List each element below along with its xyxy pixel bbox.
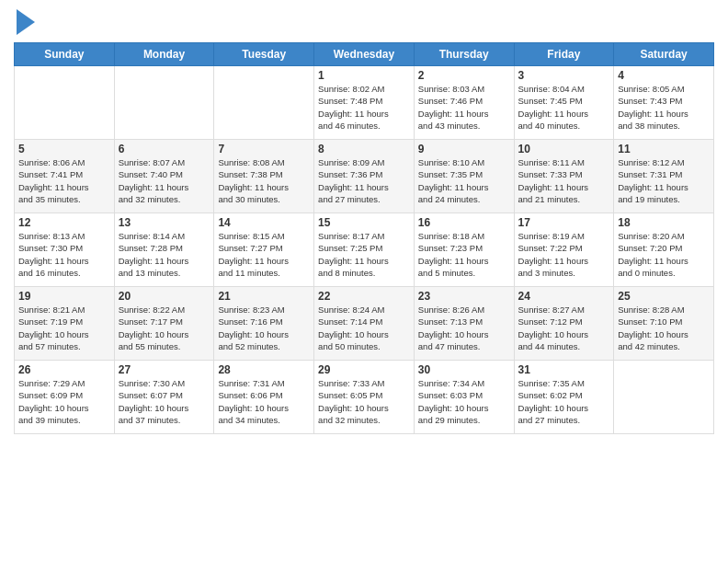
day-info: Sunrise: 8:23 AM Sunset: 7:16 PM Dayligh… xyxy=(218,304,310,352)
day-info: Sunrise: 8:13 AM Sunset: 7:30 PM Dayligh… xyxy=(18,230,110,279)
day-cell: 19Sunrise: 8:21 AM Sunset: 7:19 PM Dayli… xyxy=(15,287,115,361)
day-cell: 12Sunrise: 8:13 AM Sunset: 7:30 PM Dayli… xyxy=(15,213,115,287)
day-number: 8 xyxy=(318,143,410,155)
day-cell: 11Sunrise: 8:12 AM Sunset: 7:31 PM Dayli… xyxy=(614,140,714,213)
day-cell: 6Sunrise: 8:07 AM Sunset: 7:40 PM Daylig… xyxy=(114,140,214,213)
day-number: 4 xyxy=(618,69,710,82)
week-row-3: 19Sunrise: 8:21 AM Sunset: 7:19 PM Dayli… xyxy=(15,287,714,361)
day-cell xyxy=(214,66,314,140)
day-info: Sunrise: 8:19 AM Sunset: 7:22 PM Dayligh… xyxy=(518,230,610,279)
day-cell: 10Sunrise: 8:11 AM Sunset: 7:33 PM Dayli… xyxy=(514,140,614,213)
week-row-2: 12Sunrise: 8:13 AM Sunset: 7:30 PM Dayli… xyxy=(15,213,714,287)
day-cell: 27Sunrise: 7:30 AM Sunset: 6:07 PM Dayli… xyxy=(114,361,214,434)
day-info: Sunrise: 8:14 AM Sunset: 7:28 PM Dayligh… xyxy=(119,230,210,279)
day-number: 23 xyxy=(418,290,510,303)
header xyxy=(14,9,714,35)
day-number: 7 xyxy=(218,143,310,155)
day-number: 3 xyxy=(518,69,610,82)
day-number: 31 xyxy=(518,363,610,376)
day-number: 29 xyxy=(318,363,410,376)
weekday-header-wednesday: Wednesday xyxy=(314,43,415,66)
weekday-header-sunday: Sunday xyxy=(15,43,115,66)
day-number: 9 xyxy=(418,143,510,155)
day-number: 20 xyxy=(119,290,210,303)
day-number: 15 xyxy=(318,216,410,229)
day-info: Sunrise: 8:02 AM Sunset: 7:48 PM Dayligh… xyxy=(318,83,410,132)
day-number: 5 xyxy=(18,143,110,155)
day-info: Sunrise: 8:18 AM Sunset: 7:23 PM Dayligh… xyxy=(418,230,510,279)
day-info: Sunrise: 8:22 AM Sunset: 7:17 PM Dayligh… xyxy=(119,304,210,352)
day-cell: 2Sunrise: 8:03 AM Sunset: 7:46 PM Daylig… xyxy=(414,66,514,140)
day-cell: 17Sunrise: 8:19 AM Sunset: 7:22 PM Dayli… xyxy=(514,213,614,287)
day-cell xyxy=(15,66,115,140)
day-info: Sunrise: 8:04 AM Sunset: 7:45 PM Dayligh… xyxy=(518,83,610,132)
week-row-0: 1Sunrise: 8:02 AM Sunset: 7:48 PM Daylig… xyxy=(15,66,714,140)
day-cell: 24Sunrise: 8:27 AM Sunset: 7:12 PM Dayli… xyxy=(514,287,614,361)
day-number: 25 xyxy=(618,290,710,303)
day-info: Sunrise: 8:28 AM Sunset: 7:10 PM Dayligh… xyxy=(618,304,710,352)
day-cell: 8Sunrise: 8:09 AM Sunset: 7:36 PM Daylig… xyxy=(314,140,415,213)
day-info: Sunrise: 8:05 AM Sunset: 7:43 PM Dayligh… xyxy=(618,83,710,132)
day-info: Sunrise: 8:11 AM Sunset: 7:33 PM Dayligh… xyxy=(518,156,610,205)
day-number: 12 xyxy=(18,216,110,229)
day-cell: 3Sunrise: 8:04 AM Sunset: 7:45 PM Daylig… xyxy=(514,66,614,140)
day-cell: 4Sunrise: 8:05 AM Sunset: 7:43 PM Daylig… xyxy=(614,66,714,140)
weekday-header-thursday: Thursday xyxy=(414,43,514,66)
week-row-4: 26Sunrise: 7:29 AM Sunset: 6:09 PM Dayli… xyxy=(15,361,714,434)
day-number: 6 xyxy=(119,143,210,155)
day-number: 17 xyxy=(518,216,610,229)
day-cell xyxy=(114,66,214,140)
day-info: Sunrise: 7:34 AM Sunset: 6:03 PM Dayligh… xyxy=(418,377,510,426)
day-info: Sunrise: 8:06 AM Sunset: 7:41 PM Dayligh… xyxy=(18,156,110,205)
logo-icon xyxy=(17,9,35,35)
day-number: 11 xyxy=(618,143,710,155)
day-info: Sunrise: 7:33 AM Sunset: 6:05 PM Dayligh… xyxy=(318,377,410,426)
day-cell: 26Sunrise: 7:29 AM Sunset: 6:09 PM Dayli… xyxy=(15,361,115,434)
day-number: 28 xyxy=(218,363,310,376)
day-info: Sunrise: 8:12 AM Sunset: 7:31 PM Dayligh… xyxy=(618,156,710,205)
day-number: 14 xyxy=(218,216,310,229)
day-info: Sunrise: 8:27 AM Sunset: 7:12 PM Dayligh… xyxy=(518,304,610,352)
day-cell: 9Sunrise: 8:10 AM Sunset: 7:35 PM Daylig… xyxy=(414,140,514,213)
weekday-header-friday: Friday xyxy=(514,43,614,66)
day-number: 18 xyxy=(618,216,710,229)
day-cell: 13Sunrise: 8:14 AM Sunset: 7:28 PM Dayli… xyxy=(114,213,214,287)
day-info: Sunrise: 7:35 AM Sunset: 6:02 PM Dayligh… xyxy=(518,377,610,426)
day-info: Sunrise: 8:26 AM Sunset: 7:13 PM Dayligh… xyxy=(418,304,510,352)
day-info: Sunrise: 8:20 AM Sunset: 7:20 PM Dayligh… xyxy=(618,230,710,279)
day-cell: 22Sunrise: 8:24 AM Sunset: 7:14 PM Dayli… xyxy=(314,287,415,361)
day-number: 26 xyxy=(18,363,110,376)
weekday-header-monday: Monday xyxy=(114,43,214,66)
day-info: Sunrise: 7:30 AM Sunset: 6:07 PM Dayligh… xyxy=(119,377,210,426)
day-cell: 28Sunrise: 7:31 AM Sunset: 6:06 PM Dayli… xyxy=(214,361,314,434)
svg-marker-0 xyxy=(17,9,35,35)
day-cell: 25Sunrise: 8:28 AM Sunset: 7:10 PM Dayli… xyxy=(614,287,714,361)
day-cell: 14Sunrise: 8:15 AM Sunset: 7:27 PM Dayli… xyxy=(214,213,314,287)
day-number: 19 xyxy=(18,290,110,303)
day-cell: 5Sunrise: 8:06 AM Sunset: 7:41 PM Daylig… xyxy=(15,140,115,213)
day-info: Sunrise: 8:15 AM Sunset: 7:27 PM Dayligh… xyxy=(218,230,310,279)
day-cell: 1Sunrise: 8:02 AM Sunset: 7:48 PM Daylig… xyxy=(314,66,415,140)
logo xyxy=(14,13,35,35)
day-number: 30 xyxy=(418,363,510,376)
day-info: Sunrise: 8:07 AM Sunset: 7:40 PM Dayligh… xyxy=(119,156,210,205)
day-info: Sunrise: 8:09 AM Sunset: 7:36 PM Dayligh… xyxy=(318,156,410,205)
day-info: Sunrise: 7:29 AM Sunset: 6:09 PM Dayligh… xyxy=(18,377,110,426)
page: SundayMondayTuesdayWednesdayThursdayFrid… xyxy=(0,0,728,563)
day-cell xyxy=(614,361,714,434)
day-info: Sunrise: 8:10 AM Sunset: 7:35 PM Dayligh… xyxy=(418,156,510,205)
calendar-table: SundayMondayTuesdayWednesdayThursdayFrid… xyxy=(14,42,714,434)
day-cell: 31Sunrise: 7:35 AM Sunset: 6:02 PM Dayli… xyxy=(514,361,614,434)
day-info: Sunrise: 8:24 AM Sunset: 7:14 PM Dayligh… xyxy=(318,304,410,352)
day-number: 24 xyxy=(518,290,610,303)
weekday-header-saturday: Saturday xyxy=(614,43,714,66)
day-number: 16 xyxy=(418,216,510,229)
day-cell: 21Sunrise: 8:23 AM Sunset: 7:16 PM Dayli… xyxy=(214,287,314,361)
day-number: 10 xyxy=(518,143,610,155)
day-cell: 23Sunrise: 8:26 AM Sunset: 7:13 PM Dayli… xyxy=(414,287,514,361)
weekday-header-tuesday: Tuesday xyxy=(214,43,314,66)
day-cell: 30Sunrise: 7:34 AM Sunset: 6:03 PM Dayli… xyxy=(414,361,514,434)
day-number: 1 xyxy=(318,69,410,82)
day-number: 27 xyxy=(119,363,210,376)
day-info: Sunrise: 8:17 AM Sunset: 7:25 PM Dayligh… xyxy=(318,230,410,279)
